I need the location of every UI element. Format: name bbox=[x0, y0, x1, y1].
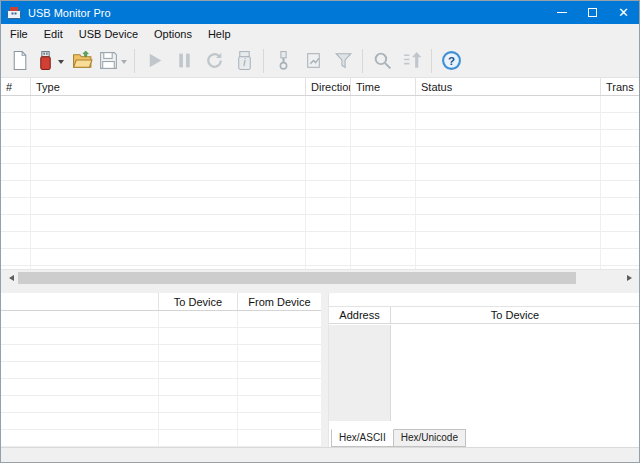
minimize-button[interactable] bbox=[546, 1, 577, 24]
stats-column-header-from-device[interactable]: From Device bbox=[238, 293, 321, 310]
menu-options-label: Options bbox=[154, 28, 192, 40]
new-document-icon bbox=[9, 50, 30, 71]
bottom-panes: To Device From Device Address To Device … bbox=[1, 285, 639, 447]
svg-text:?: ? bbox=[447, 55, 454, 67]
open-folder-icon bbox=[72, 50, 93, 71]
column-header-time[interactable]: Time bbox=[351, 78, 416, 95]
column-header-transferred[interactable]: Trans bbox=[601, 78, 639, 95]
menu-file[interactable]: File bbox=[2, 24, 36, 44]
packet-list-header: # Type Direction Time Status Trans bbox=[1, 78, 639, 96]
horizontal-scrollbar[interactable] bbox=[1, 269, 639, 285]
stats-column-header-blank[interactable] bbox=[1, 293, 159, 310]
packet-list: # Type Direction Time Status Trans bbox=[1, 77, 639, 285]
hex-address-gutter bbox=[329, 325, 391, 421]
play-icon bbox=[144, 50, 165, 71]
save-file-button[interactable] bbox=[97, 47, 130, 75]
grid-line bbox=[415, 96, 416, 269]
usb-device-icon bbox=[35, 50, 56, 71]
column-header-number[interactable]: # bbox=[1, 78, 31, 95]
minimize-icon bbox=[557, 12, 567, 13]
scroll-right-button[interactable] bbox=[622, 270, 639, 286]
tab-hex-ascii[interactable]: Hex/ASCII bbox=[331, 429, 394, 447]
toolbar: i ? bbox=[1, 44, 639, 77]
tab-hex-unicode[interactable]: Hex/Unicode bbox=[393, 429, 466, 447]
grid-line bbox=[600, 96, 601, 269]
menu-usb-device[interactable]: USB Device bbox=[71, 24, 146, 44]
grid-line bbox=[350, 96, 351, 269]
report-icon bbox=[303, 50, 324, 71]
usb-device-dropdown-arrow-icon[interactable] bbox=[58, 60, 64, 67]
statistics-body[interactable] bbox=[1, 311, 321, 447]
usb-plug-icon bbox=[273, 50, 294, 71]
refresh-icon bbox=[204, 50, 225, 71]
menu-options[interactable]: Options bbox=[146, 24, 200, 44]
packet-list-body[interactable] bbox=[1, 96, 639, 269]
maximize-icon bbox=[588, 8, 597, 17]
menu-usb-device-label: USB Device bbox=[79, 28, 138, 40]
window-title: USB Monitor Pro bbox=[28, 7, 111, 19]
find-button[interactable] bbox=[367, 47, 397, 75]
hex-view-header: Address To Device bbox=[329, 306, 639, 324]
hex-view-tabs: Hex/ASCII Hex/Unicode bbox=[331, 429, 465, 447]
status-bar bbox=[1, 447, 639, 463]
filter-button[interactable] bbox=[328, 47, 358, 75]
hex-data-header: To Device bbox=[391, 307, 639, 323]
device-info-button[interactable]: i bbox=[229, 47, 259, 75]
pause-monitoring-button[interactable] bbox=[169, 47, 199, 75]
restart-monitoring-button[interactable] bbox=[199, 47, 229, 75]
window-controls: ✕ bbox=[546, 1, 639, 24]
save-floppy-icon bbox=[98, 50, 119, 71]
scroll-right-icon bbox=[627, 275, 635, 281]
scroll-left-button[interactable] bbox=[1, 270, 18, 286]
column-header-status[interactable]: Status bbox=[416, 78, 601, 95]
grid-line bbox=[30, 96, 31, 269]
column-header-type[interactable]: Type bbox=[31, 78, 306, 95]
grid-line bbox=[305, 96, 306, 269]
grid-line bbox=[158, 311, 159, 447]
grid-line bbox=[237, 311, 238, 447]
plug-device-button[interactable] bbox=[268, 47, 298, 75]
menu-help[interactable]: Help bbox=[200, 24, 239, 44]
column-header-direction[interactable]: Direction bbox=[306, 78, 351, 95]
new-capture-button[interactable] bbox=[4, 47, 34, 75]
toolbar-separator bbox=[431, 49, 432, 73]
toolbar-separator bbox=[362, 49, 363, 73]
select-usb-device-button[interactable] bbox=[34, 47, 67, 75]
menu-file-label: File bbox=[10, 28, 28, 40]
scroll-left-icon bbox=[6, 275, 14, 281]
menubar: File Edit USB Device Options Help bbox=[1, 24, 639, 44]
hex-view-panel: Address To Device Hex/ASCII Hex/Unicode bbox=[328, 293, 639, 447]
statistics-header: To Device From Device bbox=[1, 293, 321, 311]
help-button[interactable]: ? bbox=[436, 47, 466, 75]
maximize-button[interactable] bbox=[577, 1, 608, 24]
pane-splitter[interactable] bbox=[321, 293, 328, 447]
menu-edit-label: Edit bbox=[44, 28, 63, 40]
save-dropdown-arrow-icon[interactable] bbox=[121, 60, 127, 67]
titlebar[interactable]: USB Monitor Pro ✕ bbox=[1, 1, 639, 24]
magnifier-icon bbox=[372, 50, 393, 71]
report-button[interactable] bbox=[298, 47, 328, 75]
go-to-packet-button[interactable] bbox=[397, 47, 427, 75]
menu-edit[interactable]: Edit bbox=[36, 24, 71, 44]
menu-help-label: Help bbox=[208, 28, 231, 40]
up-arrow-icon bbox=[402, 50, 423, 71]
start-monitoring-button[interactable] bbox=[139, 47, 169, 75]
close-icon: ✕ bbox=[618, 5, 629, 20]
hex-address-header: Address bbox=[329, 307, 391, 323]
funnel-icon bbox=[333, 50, 354, 71]
stats-column-header-to-device[interactable]: To Device bbox=[159, 293, 238, 310]
scrollbar-thumb[interactable] bbox=[18, 272, 576, 284]
question-mark-icon: ? bbox=[441, 50, 462, 71]
toolbar-separator bbox=[134, 49, 135, 73]
app-icon bbox=[6, 5, 22, 21]
statistics-table: To Device From Device bbox=[1, 293, 321, 447]
close-button[interactable]: ✕ bbox=[608, 1, 639, 24]
pause-icon bbox=[174, 50, 195, 71]
usb-info-icon: i bbox=[234, 50, 255, 71]
open-file-button[interactable] bbox=[67, 47, 97, 75]
app-window: USB Monitor Pro ✕ File Edit USB Device O… bbox=[0, 0, 640, 463]
toolbar-separator bbox=[263, 49, 264, 73]
